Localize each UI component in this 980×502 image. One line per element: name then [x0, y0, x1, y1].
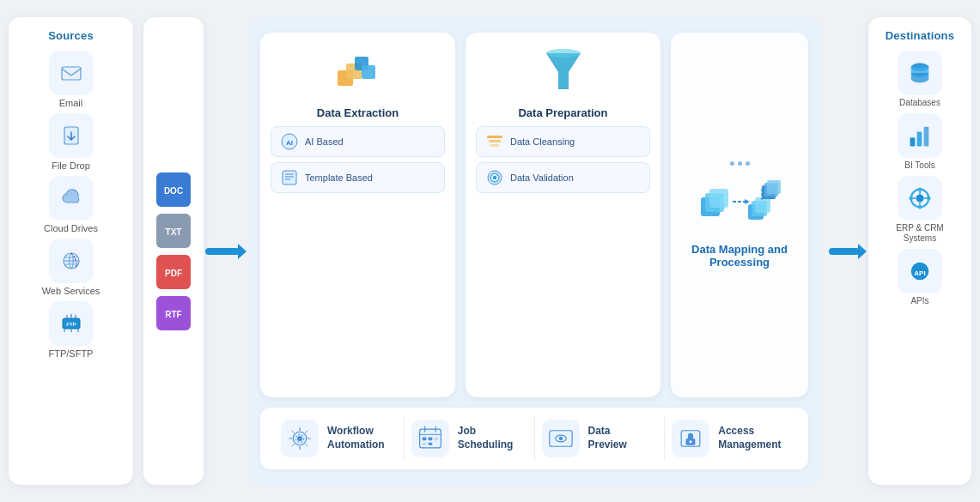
email-icon	[59, 61, 83, 85]
right-arrow-connector	[829, 248, 860, 255]
email-icon-box	[49, 51, 94, 95]
svg-text:API: API	[914, 269, 925, 277]
template-based-item[interactable]: Template Based	[271, 162, 445, 193]
ftp-icon-box: FTP	[49, 301, 94, 346]
data-mapping-card: Data Mapping and Processing	[671, 33, 808, 397]
dest-item-apis[interactable]: API APIs	[877, 249, 963, 306]
destinations-title: Destinations	[886, 29, 954, 42]
left-arrow-connector	[205, 248, 240, 255]
file-types-panel: DOC TXT PDF RTF	[143, 17, 204, 485]
svg-rect-33	[489, 140, 501, 142]
access-management-item[interactable]: Access Management	[665, 416, 794, 461]
dots-decoration	[730, 161, 750, 166]
dest-item-erp[interactable]: ERP & CRM Systems	[877, 176, 963, 244]
processing-area: Data Extraction AI AI Based	[248, 17, 820, 485]
job-scheduling-item[interactable]: Job Scheduling	[405, 416, 535, 461]
svg-marker-42	[745, 199, 750, 204]
svg-rect-32	[487, 136, 502, 138]
svg-text:RTF: RTF	[165, 310, 181, 319]
access-management-icon	[676, 424, 705, 453]
data-preview-item[interactable]: Data Preview	[535, 416, 666, 461]
data-preview-icon	[546, 424, 575, 453]
data-cleansing-item[interactable]: Data Cleansing	[476, 126, 650, 157]
ftp-label: FTP/SFTP	[49, 348, 94, 359]
svg-point-51	[297, 436, 302, 441]
dest-item-databases[interactable]: Databases	[877, 51, 963, 108]
mapping-title: Data Mapping and Processing	[681, 243, 798, 269]
job-scheduling-label2: Scheduling	[458, 438, 514, 452]
data-preview-label1: Data	[588, 425, 627, 438]
sources-panel: Sources Email File Drop	[9, 17, 133, 485]
access-management-label-group: Access Management	[718, 425, 781, 451]
job-scheduling-icon-box	[411, 420, 449, 457]
apis-icon-box: API	[898, 249, 942, 293]
dest-item-bi-tools[interactable]: BI Tools	[877, 113, 963, 171]
data-preparation-card: Data Preparation Data Cleansing	[466, 33, 660, 397]
pdf-badge: PDF	[156, 255, 191, 289]
ai-based-item[interactable]: AI AI Based	[271, 126, 445, 157]
svg-rect-71	[924, 127, 929, 147]
svg-text:FTP: FTP	[66, 322, 76, 327]
data-validation-label: Data Validation	[510, 172, 574, 183]
svg-text:AI: AI	[286, 139, 293, 147]
source-item-web[interactable]: Web Services	[17, 239, 125, 296]
job-scheduling-icon	[416, 424, 445, 453]
svg-rect-48	[767, 180, 781, 194]
processing-top: Data Extraction AI AI Based	[260, 33, 808, 397]
cleansing-icon	[485, 132, 504, 151]
databases-icon	[906, 59, 934, 87]
source-item-email[interactable]: Email	[17, 51, 125, 108]
svg-point-31	[546, 49, 581, 57]
erp-label1: ERP & CRM	[896, 223, 943, 233]
ai-icon: AI	[280, 132, 299, 151]
svg-rect-57	[434, 437, 438, 440]
svg-point-64	[558, 437, 563, 441]
bi-tools-label: BI Tools	[904, 160, 934, 171]
ai-based-label: AI Based	[305, 136, 344, 147]
cloud-icon-box	[49, 176, 94, 221]
svg-rect-45	[755, 197, 770, 213]
workflow-label2: Automation	[327, 438, 385, 452]
bi-tools-icon-box	[898, 113, 942, 158]
data-extraction-title: Data Extraction	[317, 106, 399, 119]
ftp-icon: FTP	[59, 311, 83, 336]
data-validation-item[interactable]: Data Validation	[476, 162, 650, 193]
erp-label-group: ERP & CRM Systems	[896, 223, 943, 244]
workflow-item[interactable]: Workflow Automation	[274, 416, 405, 461]
source-item-ftp[interactable]: FTP FTP/SFTP	[17, 301, 125, 359]
main-container: Sources Email File Drop	[0, 0, 980, 502]
template-based-label: Template Based	[305, 172, 373, 183]
source-item-cloud[interactable]: Cloud Drives	[17, 176, 125, 233]
bi-tools-icon	[906, 122, 934, 149]
svg-text:PDF: PDF	[165, 269, 182, 278]
svg-rect-34	[490, 144, 499, 147]
svg-point-37	[493, 176, 496, 179]
databases-icon-box	[898, 51, 942, 95]
svg-point-73	[916, 194, 923, 202]
mapping-illustration	[692, 176, 787, 236]
data-cleansing-label: Data Cleansing	[510, 136, 575, 147]
file-drop-icon-box	[49, 113, 94, 158]
svg-rect-40	[709, 189, 728, 208]
sources-title: Sources	[48, 29, 94, 42]
workflow-icon-box	[281, 420, 319, 457]
web-services-label: Web Services	[42, 286, 100, 296]
data-extraction-card: Data Extraction AI AI Based	[260, 33, 455, 397]
svg-rect-70	[917, 131, 922, 146]
data-preparation-illustration	[536, 45, 591, 100]
svg-point-76	[909, 197, 913, 201]
svg-rect-0	[62, 67, 81, 80]
web-icon-box	[49, 239, 94, 283]
destinations-panel: Destinations Databases BI Tools	[868, 17, 971, 485]
svg-rect-69	[910, 137, 916, 146]
erp-icon-box	[898, 176, 942, 221]
source-item-file-drop[interactable]: File Drop	[17, 113, 125, 171]
web-services-icon	[59, 249, 83, 273]
svg-marker-30	[548, 53, 579, 88]
workflow-icon	[285, 424, 314, 453]
svg-rect-58	[422, 443, 426, 445]
workflow-label: Workflow Automation	[327, 425, 385, 451]
file-drop-label: File Drop	[52, 160, 90, 171]
svg-point-75	[918, 205, 922, 209]
svg-rect-25	[283, 171, 296, 184]
